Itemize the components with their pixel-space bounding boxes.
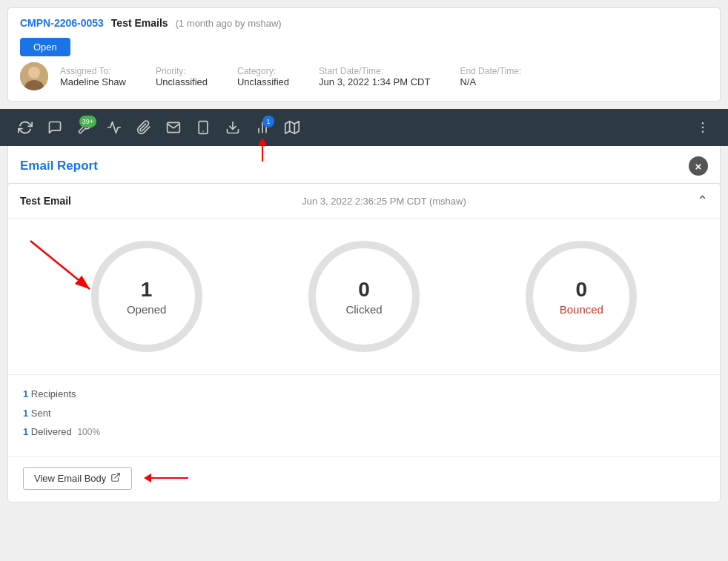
campaign-title: Test Emails — [111, 17, 168, 29]
svg-point-14 — [702, 131, 704, 133]
bounced-label: Bounced — [560, 303, 603, 316]
svg-point-1 — [28, 67, 40, 79]
end-date-value: N/A — [460, 76, 521, 87]
start-date-label: Start Date/Time: — [319, 66, 430, 76]
priority-group: Priority: Unclassified — [156, 66, 208, 87]
email-date: Jun 3, 2022 2:36:25 PM CDT (mshaw) — [302, 196, 466, 207]
priority-value: Unclassified — [156, 76, 208, 87]
category-value: Unclassified — [237, 76, 289, 87]
open-button[interactable]: Open — [20, 38, 70, 56]
content-card: Test Email Jun 3, 2022 2:36:25 PM CDT (m… — [7, 183, 721, 502]
clicked-stat: 0 Clicked — [308, 241, 420, 352]
recipients-line: 1 Recipients — [23, 387, 705, 402]
campaign-meta: (1 month ago by mshaw) — [176, 18, 282, 29]
svg-point-13 — [702, 127, 704, 129]
bounced-circle: 0 Bounced — [526, 241, 637, 352]
opened-label: Opened — [127, 303, 166, 316]
email-report-header: Email Report × — [7, 146, 721, 183]
svg-point-12 — [702, 122, 704, 125]
view-email-section: View Email Body — [8, 457, 720, 502]
open-button-row: Open — [20, 35, 708, 56]
assigned-to-group: Assigned To: Madeline Shaw — [60, 66, 126, 87]
svg-line-17 — [115, 473, 119, 477]
email-row-header: Test Email Jun 3, 2022 2:36:25 PM CDT (m… — [8, 184, 720, 219]
end-date-label: End Date/Time: — [460, 66, 521, 76]
external-link-icon — [110, 472, 121, 485]
bounced-number: 0 — [576, 278, 588, 302]
view-email-button[interactable]: View Email Body — [23, 467, 132, 490]
stats-footer: 1 Recipients 1 Sent 1 Delivered 100% — [8, 375, 720, 457]
sent-line: 1 Sent — [23, 406, 705, 421]
toolbar: 39+ — [0, 109, 728, 146]
mobile-icon[interactable] — [190, 114, 216, 141]
svg-marker-9 — [285, 122, 299, 134]
view-email-arrow-annotation — [144, 474, 188, 482]
email-icon[interactable] — [160, 114, 187, 141]
opened-stat: 1 Opened — [91, 241, 202, 352]
header-details: Assigned To: Madeline Shaw Priority: Unc… — [20, 62, 708, 90]
start-date-group: Start Date/Time: Jun 3, 2022 1:34 PM CDT — [319, 66, 430, 87]
delivered-pct: 100% — [77, 427, 100, 437]
refresh-icon[interactable] — [12, 114, 39, 141]
collapse-chevron[interactable]: ⌃ — [697, 193, 708, 209]
opened-number: 1 — [141, 278, 153, 302]
email-name: Test Email — [20, 195, 71, 207]
toolbar-arrow-annotation — [258, 138, 267, 162]
email-report-title: Email Report — [20, 159, 98, 173]
assigned-to-value: Madeline Shaw — [60, 76, 126, 87]
more-icon[interactable] — [689, 114, 716, 141]
bounced-stat: 0 Bounced — [526, 241, 637, 352]
chart-badge: 1 — [262, 116, 274, 127]
header-top: CMPN-2206-0053 Test Emails (1 month ago … — [20, 17, 708, 29]
category-label: Category: — [237, 66, 289, 76]
clicked-number: 0 — [358, 278, 370, 302]
avatar — [20, 62, 48, 90]
view-email-label: View Email Body — [34, 473, 106, 484]
analytics-icon[interactable] — [101, 114, 128, 141]
assigned-to-label: Assigned To: — [60, 66, 126, 76]
close-button[interactable]: × — [689, 156, 708, 176]
category-group: Category: Unclassified — [237, 66, 289, 87]
stats-row: 1 Opened 0 Clicked 0 Bounced — [8, 219, 720, 375]
header-card: CMPN-2206-0053 Test Emails (1 month ago … — [7, 7, 721, 102]
clicked-circle: 0 Clicked — [308, 241, 420, 352]
priority-label: Priority: — [156, 66, 208, 76]
svg-line-16 — [30, 241, 90, 289]
campaign-id[interactable]: CMPN-2206-0053 — [20, 17, 104, 29]
attachment-icon[interactable] — [130, 114, 157, 141]
recipients-label: Recipients — [31, 388, 76, 399]
delivered-line: 1 Delivered 100% — [23, 425, 705, 439]
tools-badge: 39+ — [79, 116, 96, 127]
download-icon[interactable] — [219, 114, 246, 141]
recipients-count: 1 — [23, 388, 28, 399]
opened-circle: 1 Opened — [91, 241, 202, 352]
tools-icon[interactable]: 39+ — [71, 114, 98, 141]
comment-icon[interactable] — [42, 114, 68, 141]
sent-count: 1 — [23, 408, 28, 419]
chart-icon[interactable]: 1 — [249, 114, 276, 141]
map-icon[interactable] — [279, 114, 305, 141]
clicked-label: Clicked — [345, 303, 382, 316]
delivered-count: 1 — [23, 426, 28, 437]
end-date-group: End Date/Time: N/A — [460, 66, 521, 87]
delivered-label: Delivered — [31, 426, 72, 437]
start-date-value: Jun 3, 2022 1:34 PM CDT — [319, 76, 430, 87]
sent-label: Sent — [31, 408, 51, 419]
